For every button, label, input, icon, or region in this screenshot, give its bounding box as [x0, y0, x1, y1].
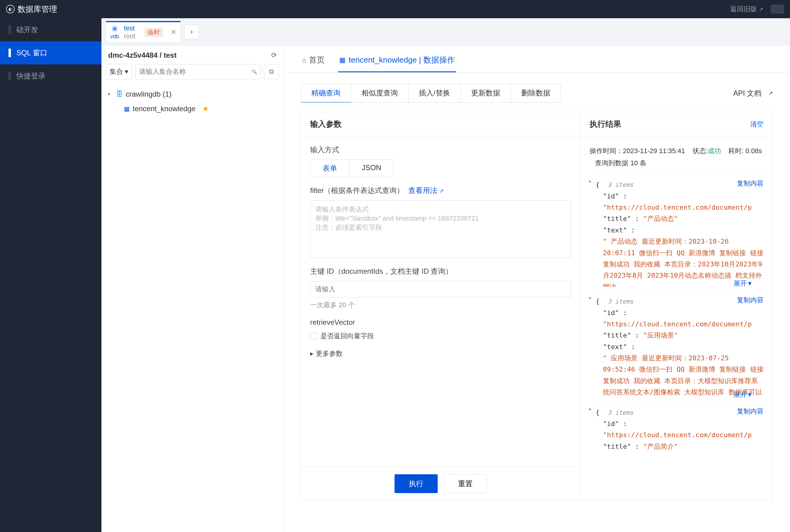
- operation-tabs: 精确查询 相似度查询 插入/替换 更新数据 删除数据: [301, 83, 561, 103]
- copy-content-link[interactable]: 复制内容: [737, 407, 764, 416]
- retrieve-vector-checkbox[interactable]: [310, 332, 317, 340]
- chevron-down-icon: ▾: [748, 391, 751, 399]
- op-tab-similarity-query[interactable]: 相似度查询: [351, 84, 408, 102]
- reset-button[interactable]: 重置: [444, 474, 487, 493]
- filter-label: filter（根据条件表达式查询） 查看用法 ↗: [310, 186, 571, 195]
- explorer-panel: dmc-4z5v4484 / test ⟳ 集合▾ 🔍 ⧉ ▾: [101, 45, 284, 532]
- input-panel-title: 输入参数: [310, 119, 342, 129]
- input-mode-segment: 表单 JSON: [310, 159, 393, 177]
- copy-content-link[interactable]: 复制内容: [737, 296, 764, 305]
- execute-button[interactable]: 执行: [394, 474, 438, 493]
- input-mode-form[interactable]: 表单: [310, 160, 350, 177]
- conn-tab-name: test: [124, 24, 135, 32]
- breadcrumb: dmc-4z5v4484 / test: [108, 51, 176, 60]
- conn-tab-user: root: [124, 32, 135, 40]
- user-avatar[interactable]: [771, 4, 784, 14]
- tab-home[interactable]: ⌂ 首页: [301, 51, 326, 72]
- tree-table-row[interactable]: ▦ tencent_knowledge ★: [106, 101, 279, 116]
- chevron-right-icon: ▸: [310, 350, 313, 358]
- refresh-icon[interactable]: ⟳: [271, 51, 277, 59]
- table-icon: ▦: [339, 56, 346, 64]
- input-mode-json[interactable]: JSON: [350, 160, 393, 177]
- result-item: ▾ 复制内容 { 3 items "id" : "https://cloud.t…: [590, 402, 764, 457]
- more-params-expander[interactable]: ▸ 更多参数: [310, 349, 571, 358]
- op-tab-exact-query[interactable]: 精确查询: [301, 84, 351, 103]
- search-icon[interactable]: 🔍: [252, 69, 257, 74]
- star-icon[interactable]: ★: [202, 104, 209, 113]
- left-nav: 础开发 SQL 窗口 快捷登录: [0, 18, 101, 532]
- filter-textarea[interactable]: 请输入条件表达式 举例：title="Sandbox" and timestam…: [310, 200, 571, 258]
- database-icon: 🗄: [116, 90, 123, 98]
- table-icon: ▦: [124, 105, 130, 112]
- nav-item-dev[interactable]: 础开发: [0, 18, 101, 41]
- add-tab-button[interactable]: ＋: [185, 25, 199, 39]
- filter-usage-link[interactable]: 查看用法 ↗: [408, 186, 444, 194]
- collapse-icon[interactable]: ▾: [589, 179, 591, 184]
- chevron-down-icon: ▾: [125, 68, 128, 76]
- chevron-down-icon: ▾: [748, 280, 751, 287]
- result-panel-title: 执行结果: [590, 119, 621, 129]
- tree-db-row[interactable]: ▾ 🗄 crawlingdb (1): [106, 87, 279, 101]
- topbar: ◐ 数据库管理 返回旧版 ↗: [0, 0, 790, 18]
- collapse-icon[interactable]: ▾: [589, 407, 591, 412]
- collapse-icon[interactable]: ▾: [589, 296, 591, 301]
- result-meta: 操作时间：2023-11-29 11:35:41 状态:成功 耗时: 0.08s…: [590, 145, 764, 169]
- copy-content-link[interactable]: 复制内容: [737, 179, 764, 188]
- collection-search-input[interactable]: [139, 68, 252, 76]
- connection-tab[interactable]: ✳ vdb test root 临时 ✕: [106, 21, 181, 43]
- app-title-group: ◐ 数据库管理: [6, 4, 57, 15]
- api-docs-link[interactable]: API 文档 ↗: [733, 89, 773, 98]
- nav-item-quick-login[interactable]: 快捷登录: [0, 64, 101, 88]
- connection-tabs-bar: ✳ vdb test root 临时 ✕ ＋: [101, 18, 790, 45]
- pk-input[interactable]: [310, 281, 571, 298]
- result-item: ▾ 复制内容 { 3 items "id" : "https://cloud.t…: [590, 174, 764, 291]
- app-title: 数据库管理: [18, 4, 57, 15]
- temp-badge: 临时: [144, 27, 163, 37]
- pk-label: 主键 ID（documentIds，文档主键 ID 查询）: [310, 266, 571, 276]
- expand-link[interactable]: 展开▾: [733, 390, 751, 399]
- op-tab-insert-replace[interactable]: 插入/替换: [408, 84, 461, 102]
- tab-data-operation[interactable]: ▦ tencent_knowledge | 数据操作: [338, 51, 456, 72]
- new-collection-button[interactable]: ⧉: [264, 64, 279, 79]
- expand-link[interactable]: 展开▾: [733, 279, 751, 288]
- op-tab-update[interactable]: 更新数据: [461, 84, 511, 102]
- op-tab-delete[interactable]: 删除数据: [511, 84, 561, 102]
- chevron-down-icon: ▾: [108, 91, 113, 97]
- scope-select[interactable]: 集合▾: [106, 64, 132, 80]
- result-item: ▾ 复制内容 { 3 items "id" : "https://cloud.t…: [590, 291, 764, 402]
- app-logo-icon: ◐: [6, 5, 15, 13]
- close-tab-icon[interactable]: ✕: [171, 28, 176, 36]
- vdb-icon: ✳ vdb: [110, 25, 119, 40]
- retrieve-vector-label: retrieveVector: [310, 318, 571, 327]
- pk-hint: 一次最多 20 个: [310, 301, 571, 310]
- external-link-icon: ↗: [759, 6, 763, 13]
- input-mode-label: 输入方式: [310, 145, 571, 155]
- clear-results-link[interactable]: 清空: [750, 120, 764, 129]
- retrieve-vector-checkbox-label: 是否返回向量字段: [321, 331, 374, 341]
- external-link-icon: ↗: [768, 90, 773, 97]
- nav-item-sql-window[interactable]: SQL 窗口: [0, 41, 101, 64]
- external-link-icon: ↗: [439, 188, 444, 194]
- return-old-version-link[interactable]: 返回旧版 ↗: [730, 4, 763, 14]
- home-icon: ⌂: [302, 56, 306, 64]
